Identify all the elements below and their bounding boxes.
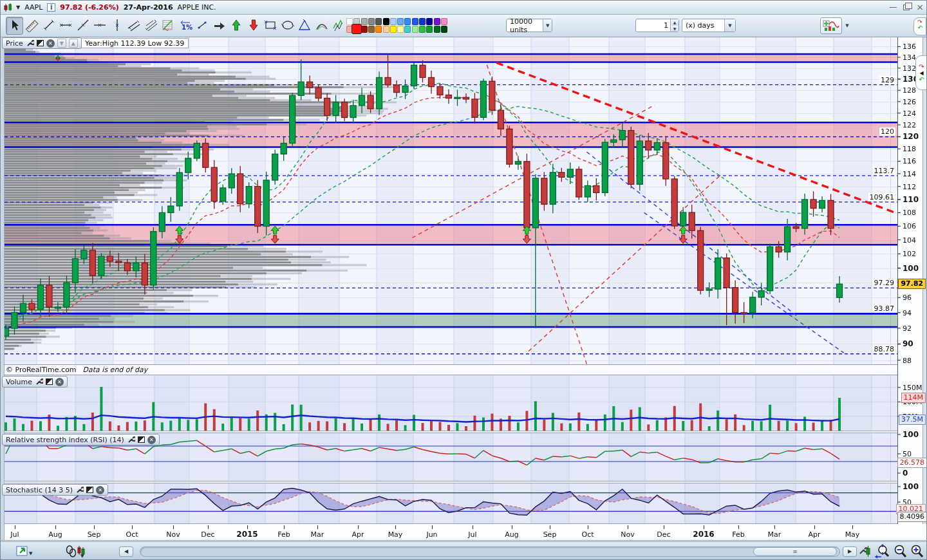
detach-window-icon[interactable] <box>46 378 53 385</box>
color-swatch[interactable] <box>397 18 404 25</box>
tool-horizontal-line-button[interactable] <box>91 17 109 35</box>
color-swatch[interactable] <box>419 26 426 33</box>
chevron-down-icon[interactable]: ▼ <box>724 19 735 32</box>
candle-settings-button[interactable] <box>858 544 872 559</box>
color-swatch[interactable] <box>426 18 433 25</box>
close-icon[interactable]: ✕ <box>55 378 64 386</box>
price-panel-title: Price <box>6 39 23 48</box>
wrench-icon[interactable] <box>35 378 43 386</box>
zoom-out-button[interactable] <box>893 544 908 559</box>
add-indicator-button[interactable] <box>820 17 842 34</box>
tool-arc-button[interactable] <box>313 17 330 35</box>
color-swatch[interactable] <box>419 18 426 25</box>
color-swatch[interactable] <box>441 26 447 33</box>
close-icon[interactable]: ✕ <box>147 436 156 444</box>
color-swatch[interactable] <box>434 18 440 25</box>
segment-icon <box>42 18 56 34</box>
zoom-in-button[interactable] <box>910 544 925 559</box>
wrench-icon[interactable] <box>75 486 84 494</box>
collapse-panel-tab[interactable]: ↷↶ <box>913 17 926 35</box>
close-icon[interactable]: ✕ <box>96 486 104 494</box>
scrollbar-track[interactable]: ≡ <box>140 546 840 557</box>
color-swatch[interactable] <box>404 18 411 25</box>
zoom-drag-button[interactable] <box>875 544 892 559</box>
tool-channel-button[interactable] <box>126 17 143 35</box>
tool-triangle-button[interactable] <box>296 17 314 35</box>
color-swatch[interactable] <box>375 26 382 33</box>
spinner-buttons[interactable]: ▲▼ <box>670 19 679 32</box>
color-swatch[interactable] <box>412 26 418 33</box>
scroll-left-button[interactable]: ◀ <box>119 546 133 557</box>
open-window-button[interactable]: ▼ <box>16 544 35 559</box>
wrench-icon[interactable] <box>26 39 34 48</box>
bars-count-input[interactable]: 1 ▲▼ <box>635 19 679 32</box>
quote-date: 27-Apr-2016 <box>124 3 173 12</box>
detach-window-icon[interactable] <box>86 487 93 493</box>
svg-text:▼: ▼ <box>29 551 33 556</box>
color-swatch[interactable] <box>397 26 404 33</box>
color-swatch[interactable] <box>361 26 368 33</box>
chart-canvas[interactable] <box>1 37 927 541</box>
color-swatch[interactable] <box>368 26 375 33</box>
ruler-icon <box>24 18 39 34</box>
tool-trend-line-button[interactable] <box>74 17 91 35</box>
tool-rectangle-button[interactable] <box>262 17 279 35</box>
tool-short-line-button[interactable] <box>194 17 211 35</box>
red-curl-arrow-icon: ↷ <box>919 63 924 70</box>
tool-vertical-line-button[interactable] <box>108 17 126 35</box>
trend-line-icon <box>76 18 90 34</box>
close-button[interactable]: × <box>916 2 924 12</box>
compare-symbols-button[interactable]: ▼ <box>65 544 87 559</box>
tool-horizontal-segment-button[interactable] <box>57 17 75 35</box>
color-swatch[interactable] <box>412 18 418 25</box>
chevron-down-icon[interactable]: ▼ <box>543 19 552 32</box>
tool-select-button[interactable] <box>6 17 23 35</box>
collapse-sidebar-tab[interactable]: ↷ ◀ ↶ <box>915 55 927 90</box>
color-swatch[interactable] <box>434 26 440 33</box>
symbol-dropdown-caret[interactable]: ▼ <box>16 5 20 10</box>
detach-window-icon[interactable] <box>138 436 145 443</box>
company-name: APPLE INC. <box>178 3 216 12</box>
color-swatch[interactable] <box>361 18 368 25</box>
color-swatch[interactable] <box>426 26 433 33</box>
tool-ruler-button[interactable] <box>23 17 41 35</box>
color-swatch-selected[interactable] <box>351 24 362 34</box>
tool-ellipse-button[interactable] <box>279 17 296 35</box>
detach-window-icon[interactable] <box>37 40 44 46</box>
tool-arrow-down-button[interactable] <box>245 17 262 35</box>
rsi-panel-header: Relative strength index (RSI) (14) ✕ <box>2 434 160 445</box>
move-down-icon[interactable]: ▼ <box>57 39 66 48</box>
close-icon[interactable]: ✕ <box>46 39 55 48</box>
scroll-right-button[interactable]: ▶ <box>843 546 857 557</box>
tool-pitchfork-button[interactable] <box>142 17 160 35</box>
period-select[interactable]: (x) days▼ <box>682 19 736 32</box>
tool-segment-button[interactable] <box>40 17 57 35</box>
tool-percent-change-button[interactable]: 1% <box>176 17 194 35</box>
drawing-toolbar: 1% 10000 units▼ 1 ▲▼ (x) days▼ ▼ ↷↶ <box>1 15 927 37</box>
chart-region: Price ✕ ▼ ▲ Year:High 112.39 Low 92.39 ©… <box>1 37 927 541</box>
color-swatch[interactable] <box>390 18 397 25</box>
color-swatch[interactable] <box>404 26 411 33</box>
scrollbar-thumb[interactable]: ≡ <box>753 547 837 556</box>
vertical-line-icon <box>110 18 124 34</box>
minimize-button[interactable]: — <box>889 3 897 12</box>
units-select[interactable]: 10000 units▼ <box>506 19 552 32</box>
horizontal-line-icon <box>93 18 107 34</box>
color-swatch[interactable] <box>375 18 382 25</box>
color-swatch[interactable] <box>441 18 447 25</box>
fibonacci-icon <box>161 18 175 34</box>
color-swatch[interactable] <box>383 26 389 33</box>
indicator-dropdown-caret[interactable]: ▼ <box>843 21 852 31</box>
color-swatch[interactable] <box>390 26 397 33</box>
restore-button[interactable] <box>903 5 910 10</box>
info-icon[interactable]: i <box>47 3 55 12</box>
tool-arrow-up-button[interactable] <box>228 17 245 35</box>
arrow-down-icon <box>247 18 261 34</box>
color-swatch[interactable] <box>383 18 389 25</box>
move-up-icon[interactable]: ▲ <box>69 39 78 48</box>
tool-fibonacci-button[interactable] <box>160 17 177 35</box>
tool-arrow-right-button[interactable] <box>211 17 228 35</box>
color-swatch[interactable] <box>368 18 375 25</box>
tool-elliott-waves-button[interactable] <box>330 17 348 35</box>
wrench-icon[interactable] <box>127 436 135 444</box>
